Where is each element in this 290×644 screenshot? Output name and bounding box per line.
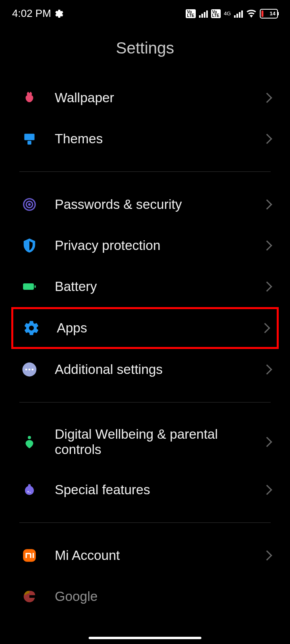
battery-icon <box>21 278 38 295</box>
chevron-right-icon <box>262 364 272 374</box>
dots-icon <box>21 361 38 378</box>
apps-gear-icon <box>23 320 40 336</box>
page-title: Settings <box>0 27 290 77</box>
person-heart-icon <box>21 433 38 450</box>
item-label: Mi Account <box>55 548 263 563</box>
chevron-right-icon <box>262 437 272 447</box>
svg-rect-6 <box>35 285 36 288</box>
item-label: Battery <box>55 279 263 294</box>
settings-item-google[interactable]: Google <box>0 576 290 617</box>
divider <box>19 402 271 402</box>
item-label: Privacy protection <box>55 238 263 253</box>
svg-point-9 <box>29 369 31 371</box>
svg-point-11 <box>28 436 31 439</box>
settings-list: Wallpaper Themes Passwords & security <box>0 77 290 617</box>
signal-icon-2 <box>234 10 243 18</box>
svg-point-10 <box>32 369 34 371</box>
signal-icon <box>199 10 208 18</box>
chevron-right-icon <box>262 281 272 291</box>
settings-item-additional[interactable]: Additional settings <box>0 349 290 390</box>
item-label: Themes <box>55 131 263 147</box>
chevron-right-icon <box>262 93 272 103</box>
svg-point-13 <box>29 492 30 493</box>
chevron-right-icon <box>262 134 272 144</box>
settings-item-wallpaper[interactable]: Wallpaper <box>0 77 290 118</box>
item-label: Apps <box>57 320 261 336</box>
settings-item-privacy[interactable]: Privacy protection <box>0 225 290 266</box>
item-label: Special features <box>55 482 263 497</box>
themes-icon <box>21 130 38 147</box>
chevron-right-icon <box>262 550 272 560</box>
fingerprint-icon <box>21 196 38 213</box>
settings-item-battery[interactable]: Battery <box>0 266 290 307</box>
volte-icon-2: VoLTE <box>211 9 221 18</box>
status-bar: 4:02 PM VoLTE VoLTE 4G 14 <box>0 0 290 27</box>
mi-logo-icon <box>21 547 38 564</box>
home-indicator[interactable] <box>89 637 201 639</box>
battery-icon: 14 <box>260 9 278 19</box>
settings-item-apps[interactable]: Apps <box>11 307 279 349</box>
svg-rect-1 <box>27 141 31 145</box>
google-logo-icon <box>21 588 38 605</box>
settings-item-special[interactable]: Special features <box>0 469 290 510</box>
gear-icon <box>54 9 64 19</box>
settings-item-passwords[interactable]: Passwords & security <box>0 184 290 225</box>
svg-rect-5 <box>23 283 34 290</box>
status-right: VoLTE VoLTE 4G 14 <box>186 8 278 19</box>
svg-point-12 <box>27 491 29 492</box>
battery-level: 14 <box>270 10 276 17</box>
divider <box>19 171 271 172</box>
settings-item-themes[interactable]: Themes <box>0 118 290 159</box>
svg-rect-0 <box>24 134 34 140</box>
chevron-right-icon <box>262 199 272 209</box>
network-label: 4G <box>224 11 231 16</box>
settings-item-miaccount[interactable]: Mi Account <box>0 535 290 576</box>
item-label: Passwords & security <box>55 197 263 212</box>
status-time: 4:02 PM <box>12 7 51 20</box>
chevron-right-icon <box>260 323 270 333</box>
wallpaper-icon <box>21 89 38 106</box>
settings-item-wellbeing[interactable]: Digital Wellbeing & parental controls <box>0 415 290 469</box>
item-label: Google <box>55 589 271 604</box>
chevron-right-icon <box>262 485 272 495</box>
item-label: Digital Wellbeing & parental controls <box>55 427 263 457</box>
svg-point-4 <box>29 204 30 205</box>
shield-icon <box>21 237 38 254</box>
volte-icon: VoLTE <box>186 9 195 18</box>
status-left: 4:02 PM <box>12 7 64 20</box>
divider <box>19 522 271 523</box>
item-label: Wallpaper <box>55 90 263 105</box>
item-label: Additional settings <box>55 362 263 377</box>
svg-point-8 <box>25 369 27 371</box>
wifi-icon <box>246 8 257 19</box>
chevron-right-icon <box>262 240 272 250</box>
flask-icon <box>21 481 38 498</box>
